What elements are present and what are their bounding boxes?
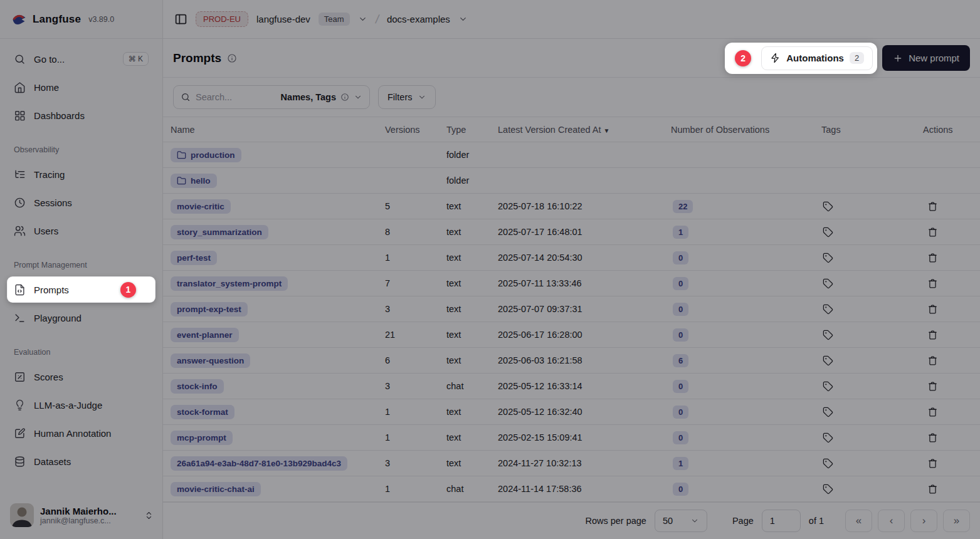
delete-prompt-button[interactable]	[927, 432, 980, 443]
table-row[interactable]: mcp-prompt 1 text 2025-02-15 15:09:41 0	[163, 425, 980, 451]
filters-button[interactable]: Filters	[378, 85, 436, 109]
table-row[interactable]: hello folder	[163, 168, 980, 194]
tag-icon[interactable]	[823, 201, 923, 212]
delete-prompt-button[interactable]	[927, 355, 980, 366]
observations-count-badge[interactable]: 0	[673, 251, 688, 264]
prompt-name-badge[interactable]: story_summarization	[171, 225, 268, 239]
prompt-name-badge[interactable]: production	[171, 148, 241, 162]
prompt-name-badge[interactable]: 26a61a94-e3ab-48d7-81e0-13b929bad4c3	[171, 456, 347, 471]
sidebar-item-datasets[interactable]: Datasets	[8, 449, 155, 474]
sidebar-item-home[interactable]: Home	[8, 75, 155, 100]
observations-count-badge[interactable]: 0	[673, 431, 688, 444]
delete-prompt-button[interactable]	[927, 201, 980, 212]
tag-icon[interactable]	[823, 458, 923, 469]
prompt-name-badge[interactable]: movie-critic	[171, 199, 231, 214]
delete-prompt-button[interactable]	[927, 407, 980, 417]
observations-count-badge[interactable]: 0	[673, 406, 688, 419]
sidebar-item-playground[interactable]: Playground	[8, 305, 155, 330]
prompt-name-badge[interactable]: translator_system-prompt	[171, 276, 288, 291]
delete-prompt-button[interactable]	[927, 304, 980, 315]
table-row[interactable]: movie-critic 5 text 2025-07-18 16:10:22 …	[163, 194, 980, 219]
delete-prompt-button[interactable]	[927, 227, 980, 238]
first-page-button[interactable]: «	[845, 510, 872, 532]
page-number-input[interactable]	[762, 510, 801, 532]
sidebar-item-scores[interactable]: Scores	[8, 364, 155, 389]
prompt-name-badge[interactable]: answer-question	[171, 353, 250, 368]
tag-icon[interactable]	[823, 227, 923, 238]
next-page-button[interactable]: ›	[910, 510, 937, 532]
observations-count-badge[interactable]: 0	[673, 380, 688, 393]
last-page-button[interactable]: »	[943, 510, 970, 532]
delete-prompt-button[interactable]	[927, 484, 980, 495]
observations-count-badge[interactable]: 0	[673, 483, 688, 496]
tag-icon[interactable]	[823, 407, 923, 417]
tag-icon[interactable]	[823, 432, 923, 443]
tag-icon[interactable]	[823, 304, 923, 315]
tag-icon[interactable]	[823, 253, 923, 263]
table-row[interactable]: movie-critic-chat-ai 1 chat 2024-11-14 1…	[163, 476, 980, 502]
observations-count-badge[interactable]: 0	[673, 277, 688, 290]
prompt-name-badge[interactable]: prompt-exp-test	[171, 302, 248, 317]
delete-prompt-button[interactable]	[927, 381, 980, 392]
sidebar-item-prompts[interactable]: Prompts 1	[8, 277, 155, 302]
automations-button[interactable]: Automations 2	[761, 46, 873, 70]
tag-icon[interactable]	[823, 330, 923, 340]
observations-count-badge[interactable]: 1	[673, 226, 688, 239]
prompt-name-badge[interactable]: movie-critic-chat-ai	[171, 482, 261, 496]
tag-icon[interactable]	[823, 381, 923, 392]
table-row[interactable]: story_summarization 8 text 2025-07-17 16…	[163, 219, 980, 245]
rows-per-page-select[interactable]: 50	[655, 510, 707, 532]
prompt-name-badge[interactable]: stock-format	[171, 405, 234, 419]
observations-count-badge[interactable]: 6	[673, 354, 688, 367]
table-row[interactable]: prompt-exp-test 3 text 2025-07-07 09:37:…	[163, 296, 980, 322]
column-header-tags[interactable]: Tags	[821, 125, 923, 135]
sidebar-item-users[interactable]: Users	[8, 218, 155, 243]
previous-page-button[interactable]: ‹	[878, 510, 905, 532]
tag-icon[interactable]	[823, 355, 923, 366]
search-scope-dropdown[interactable]: Names, Tags	[281, 92, 362, 102]
sidebar-toggle-icon[interactable]	[174, 13, 187, 26]
sidebar-item-sessions[interactable]: Sessions	[8, 190, 155, 215]
observations-count-badge[interactable]: 0	[673, 328, 688, 342]
column-header-created[interactable]: Latest Version Created At▼	[498, 125, 671, 135]
observations-count-badge[interactable]: 22	[673, 200, 693, 213]
delete-prompt-button[interactable]	[927, 330, 980, 340]
project-name[interactable]: docs-examples	[387, 14, 450, 24]
observations-count-badge[interactable]: 1	[673, 457, 688, 470]
info-icon[interactable]	[227, 53, 237, 63]
prompt-name-badge[interactable]: event-planner	[171, 328, 239, 342]
prompt-name-badge[interactable]: perf-test	[171, 251, 217, 265]
goto-search[interactable]: Go to... ⌘ K	[8, 46, 155, 71]
table-row[interactable]: production folder	[163, 142, 980, 168]
sidebar-item-dashboards[interactable]: Dashboards	[8, 103, 155, 128]
table-row[interactable]: perf-test 1 text 2025-07-14 20:54:30 0	[163, 245, 980, 271]
new-prompt-button[interactable]: New prompt	[882, 45, 970, 71]
column-header-name[interactable]: Name	[171, 125, 385, 135]
table-row[interactable]: 26a61a94-e3ab-48d7-81e0-13b929bad4c3 3 t…	[163, 451, 980, 476]
prompt-name-badge[interactable]: mcp-prompt	[171, 431, 233, 445]
sidebar-item-llm-as-a-judge[interactable]: LLM-as-a-Judge	[8, 392, 155, 417]
column-header-observations[interactable]: Number of Observations	[671, 125, 821, 135]
org-chevron-down-icon[interactable]	[358, 14, 367, 24]
sidebar-item-tracing[interactable]: Tracing	[8, 162, 155, 187]
prompt-name-badge[interactable]: hello	[171, 174, 217, 188]
project-chevron-down-icon[interactable]	[458, 14, 468, 24]
organization-name[interactable]: langfuse-dev	[256, 14, 310, 24]
tag-icon[interactable]	[823, 484, 923, 495]
environment-badge[interactable]: PROD-EU	[196, 11, 248, 27]
delete-prompt-button[interactable]	[927, 278, 980, 289]
delete-prompt-button[interactable]	[927, 253, 980, 263]
sidebar-item-human-annotation[interactable]: Human Annotation	[8, 421, 155, 446]
table-row[interactable]: stock-format 1 text 2025-05-12 16:32:40 …	[163, 399, 980, 425]
column-header-type[interactable]: Type	[446, 125, 498, 135]
prompt-name-badge[interactable]: stock-info	[171, 379, 224, 394]
observations-count-badge[interactable]: 0	[673, 303, 688, 316]
column-header-versions[interactable]: Versions	[385, 125, 446, 135]
tag-icon[interactable]	[823, 278, 923, 289]
search-input[interactable]: Search... Names, Tags	[173, 85, 370, 109]
user-account-button[interactable]: Jannik Maierho... jannik@langfuse.c...	[0, 495, 162, 539]
table-row[interactable]: stock-info 3 chat 2025-05-12 16:33:14 0	[163, 374, 980, 399]
delete-prompt-button[interactable]	[927, 458, 980, 469]
table-row[interactable]: translator_system-prompt 7 text 2025-07-…	[163, 271, 980, 296]
table-row[interactable]: event-planner 21 text 2025-06-17 16:28:0…	[163, 322, 980, 348]
